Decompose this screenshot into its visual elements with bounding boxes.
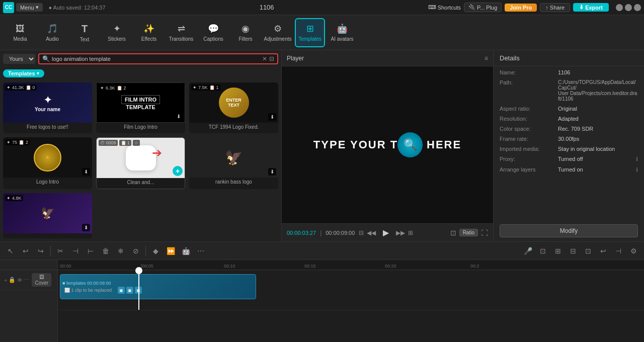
add-to-track-button[interactable]: + bbox=[173, 166, 183, 176]
search-animation-icon: 🔍 bbox=[397, 132, 423, 157]
undo-button[interactable]: ↩ bbox=[19, 244, 32, 258]
details-title: Details bbox=[500, 54, 520, 62]
tl-options-4[interactable]: ⊡ bbox=[582, 244, 595, 258]
list-item[interactable]: ✦ Your name ✦41.3K 📋0 Free logos to use!… bbox=[3, 82, 92, 133]
tl-settings[interactable]: ⚙ bbox=[627, 244, 640, 258]
plug-icon: 🔌 bbox=[468, 4, 475, 11]
left-panel-top: Yours 🔍 ✕ ⊟ bbox=[0, 50, 281, 67]
frame-back-icon[interactable]: ◀◀ bbox=[367, 229, 376, 236]
tool-adjustments[interactable]: ⚙ Adjustments bbox=[263, 18, 293, 47]
star-decorations: ✦ bbox=[43, 94, 52, 107]
timeline-content: + 🔒 👁 ⋯ 🖼 Cover 00:00 |00:05 00:10 00:15… bbox=[0, 260, 644, 342]
frame-fwd-icon[interactable]: ▶▶ bbox=[396, 229, 405, 236]
top-bar: CC Menu ▾ ● Auto saved: 12:04:37 1106 ⌨ … bbox=[0, 0, 644, 15]
detail-row-aspect: Aspect ratio: Original bbox=[500, 106, 638, 112]
search-icon: 🔍 bbox=[42, 55, 50, 62]
download-icon[interactable]: ⬇ bbox=[268, 168, 276, 176]
list-item[interactable]: ENTERTEXT ✦7.5K 📋1 ⬇ TCF 1994 Logo Fixed… bbox=[189, 82, 278, 133]
tl-options-1[interactable]: ⊡ bbox=[536, 244, 549, 258]
yours-dropdown[interactable]: Yours bbox=[3, 54, 35, 64]
list-item[interactable]: ⏱ 0009 📋 1 ☆ ➔ + Add to track Clean and.… bbox=[96, 137, 185, 189]
tl-options-2[interactable]: ⊞ bbox=[551, 244, 565, 258]
templates-tab[interactable]: Templates ▾ bbox=[3, 69, 44, 77]
tl-options-6[interactable]: ⊣ bbox=[612, 244, 625, 258]
player-menu-icon[interactable]: ≡ bbox=[485, 55, 488, 62]
fullscreen-icon[interactable]: ⛶ bbox=[481, 229, 488, 237]
download-icon[interactable]: ⬇ bbox=[175, 113, 183, 120]
arrange-info-icon[interactable]: ℹ bbox=[636, 166, 638, 173]
track-more-icon[interactable]: ⋯ bbox=[24, 277, 30, 283]
maximize-button[interactable] bbox=[625, 4, 632, 11]
search-box: 🔍 ✕ ⊟ bbox=[38, 53, 278, 64]
timeline-right-controls: 🎤 ⊡ ⊞ ⊟ ⊡ ↩ ⊣ ⚙ bbox=[521, 244, 640, 258]
delete-button[interactable]: 🗑 bbox=[99, 244, 112, 258]
search-input[interactable] bbox=[52, 56, 260, 62]
search-filter-icon[interactable]: ⊟ bbox=[269, 55, 274, 62]
shortcuts-button[interactable]: ⌨ Shortcuts bbox=[428, 4, 461, 11]
modify-button[interactable]: Modify bbox=[500, 224, 638, 237]
tl-options-3[interactable]: ⊟ bbox=[567, 244, 580, 258]
plug-button[interactable]: 🔌 P... Plug bbox=[464, 3, 502, 12]
tool-effects[interactable]: ✨ Effects bbox=[134, 18, 164, 47]
track-add-icon[interactable]: + bbox=[4, 277, 7, 283]
keyframe-button[interactable]: ◆ bbox=[149, 244, 162, 258]
download-icon[interactable]: ⬇ bbox=[82, 168, 90, 176]
export-button[interactable]: ⬇ Export bbox=[573, 3, 609, 12]
prev-frame-icon[interactable]: ⊟ bbox=[359, 229, 364, 236]
tool-text[interactable]: T Text bbox=[69, 18, 100, 47]
clip-block[interactable]: ■ lemplates 00:00:09:00 ⬜ 1 clip to be r… bbox=[60, 274, 256, 299]
more-button[interactable]: ⋯ bbox=[194, 244, 207, 258]
tool-stickers[interactable]: ✦ Stickers bbox=[102, 18, 132, 47]
clip-icon-2[interactable]: ▣ bbox=[126, 287, 133, 294]
detail-row-name: Name: 1106 bbox=[500, 69, 638, 75]
download-icon[interactable]: ⬇ bbox=[82, 224, 90, 231]
templates-tab-row: Templates ▾ bbox=[0, 67, 281, 79]
detach-button[interactable]: ⊘ bbox=[129, 244, 142, 258]
cover-label[interactable]: 🖼 Cover bbox=[32, 273, 51, 287]
main-toolbar: 🖼 Media 🎵 Audio T Text ✦ Stickers ✨ Effe… bbox=[0, 15, 644, 50]
speed-button[interactable]: ⏩ bbox=[164, 244, 177, 258]
tool-ai-avatars[interactable]: 🤖 AI avatars bbox=[327, 18, 357, 47]
ratio-badge[interactable]: Ratio bbox=[459, 229, 478, 236]
timeline-tracks-container: 00:00 |00:05 00:10 00:15 00:20 00:2 ■ le… bbox=[58, 260, 644, 342]
download-icon[interactable]: ⬇ bbox=[268, 113, 276, 121]
tool-captions[interactable]: 💬 Captions bbox=[198, 18, 228, 47]
list-item[interactable]: ✦ ✦75 📋2 ⬇ Logo Intro bbox=[3, 137, 92, 189]
trim-left-button[interactable]: ⊣ bbox=[69, 244, 82, 258]
templates-grid: ✦ Your name ✦41.3K 📋0 Free logos to use!… bbox=[0, 79, 281, 241]
fullscreen-fit-icon[interactable]: ⊡ bbox=[450, 229, 456, 237]
menu-button[interactable]: Menu ▾ bbox=[16, 3, 43, 12]
clear-search-icon[interactable]: ✕ bbox=[262, 55, 267, 62]
join-pro-button[interactable]: Join Pro bbox=[505, 4, 537, 12]
redo-button[interactable]: ↪ bbox=[34, 244, 47, 258]
tool-transitions[interactable]: ⇌ Transitions bbox=[166, 18, 196, 47]
clip-icon-1[interactable]: ▣ bbox=[118, 287, 125, 294]
player-canvas: TYPE YOUR TEXT HERE 🔍 bbox=[282, 66, 493, 223]
item-label: rankin bass logo bbox=[189, 178, 278, 186]
playhead[interactable] bbox=[138, 270, 139, 310]
clip-icons: ▣ ▣ ▣ bbox=[116, 287, 144, 294]
list-item[interactable]: 🦅 ⬇ rankin bass logo bbox=[189, 137, 278, 189]
ai-button[interactable]: 🤖 bbox=[179, 244, 192, 258]
track-eye-icon[interactable]: 👁 bbox=[17, 277, 23, 283]
play-button[interactable]: ▶ bbox=[379, 226, 393, 240]
tool-media[interactable]: 🖼 Media bbox=[5, 18, 35, 47]
next-frame-icon[interactable]: ⊞ bbox=[408, 229, 413, 236]
proxy-info-icon[interactable]: ℹ bbox=[636, 156, 638, 162]
trim-right-button[interactable]: ⊢ bbox=[84, 244, 97, 258]
mic-button[interactable]: 🎤 bbox=[521, 244, 534, 258]
tool-audio[interactable]: 🎵 Audio bbox=[37, 18, 67, 47]
share-button[interactable]: ↑ Share bbox=[540, 3, 570, 12]
list-item[interactable]: 🦅 ✦4.8K ⬇ bbox=[3, 193, 92, 238]
tool-filters[interactable]: ◉ Filters bbox=[230, 18, 261, 47]
close-button[interactable] bbox=[634, 4, 641, 11]
tl-options-5[interactable]: ↩ bbox=[597, 244, 610, 258]
track-lock-icon[interactable]: 🔒 bbox=[9, 277, 16, 283]
ruler-mark-10: 00:10 bbox=[224, 264, 235, 269]
split-button[interactable]: ✂ bbox=[54, 244, 67, 258]
list-item[interactable]: FILM INTRO TEMPLATE ✦6.3K 📋2 ⬇ Film Logo… bbox=[96, 82, 185, 133]
freeze-button[interactable]: ❄ bbox=[114, 244, 127, 258]
minimize-button[interactable] bbox=[616, 4, 623, 11]
tool-templates[interactable]: ⊞ Templates bbox=[295, 18, 325, 47]
select-tool-button[interactable]: ↖ bbox=[4, 244, 17, 258]
